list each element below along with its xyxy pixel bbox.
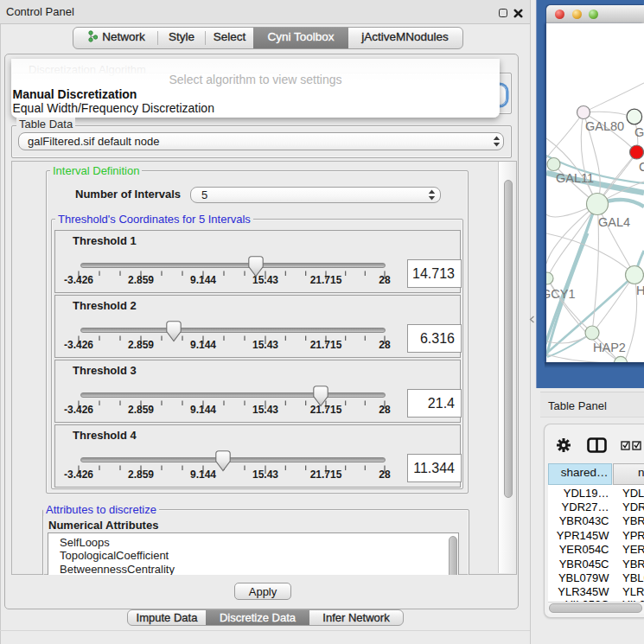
- svg-text:HAP: HAP: [636, 284, 644, 297]
- svg-text:GAL80: GAL80: [634, 125, 644, 139]
- svg-text:HAP2: HAP2: [593, 341, 626, 354]
- svg-text:GCY1: GCY1: [546, 287, 576, 301]
- svg-text:GAL11: GAL11: [556, 171, 594, 185]
- svg-text:GAL4: GAL4: [598, 215, 630, 229]
- svg-text:CAL: CAL: [639, 160, 644, 174]
- svg-text:GAL80: GAL80: [585, 119, 624, 133]
